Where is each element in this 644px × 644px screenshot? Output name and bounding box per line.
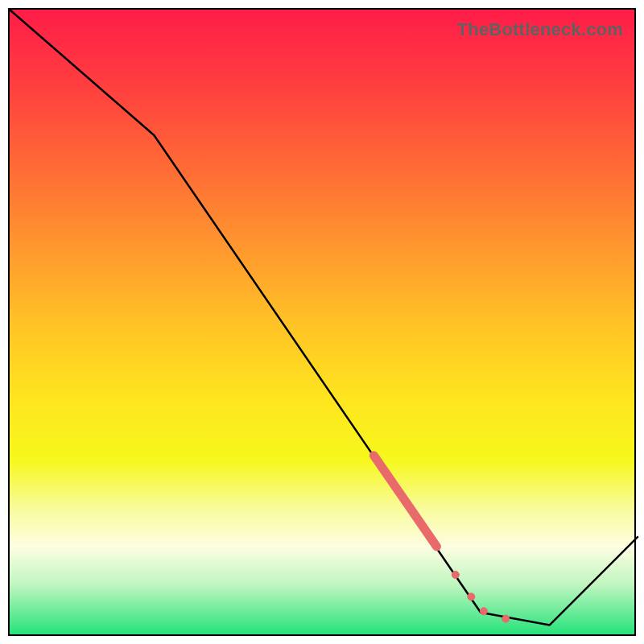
bottleneck-curve xyxy=(10,10,638,625)
chart-stage: TheBottleneck.com xyxy=(0,0,644,644)
data-marker xyxy=(452,572,459,579)
highlighted-segment xyxy=(374,456,436,547)
data-marker xyxy=(468,593,475,601)
data-marker xyxy=(480,608,487,615)
curve-overlay xyxy=(10,10,638,638)
data-marker xyxy=(502,615,510,622)
plot-area: TheBottleneck.com xyxy=(8,8,636,636)
data-markers xyxy=(452,572,509,623)
